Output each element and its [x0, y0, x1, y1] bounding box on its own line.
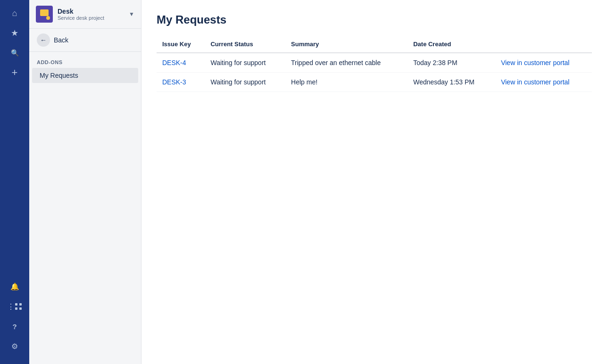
- chevron-down-icon: ▼: [129, 11, 134, 17]
- issue-key-link-desk3[interactable]: DESK-3: [162, 78, 186, 86]
- table-header-row: Issue Key Current Status Summary Date Cr…: [157, 36, 592, 53]
- col-header-action: [495, 36, 592, 53]
- search-icon[interactable]: 🔍: [6, 44, 23, 61]
- page-title: My Requests: [157, 13, 592, 26]
- project-info: Desk Service desk project: [58, 8, 124, 21]
- summary-cell-1: Tripped over an ethernet cable: [285, 53, 407, 73]
- svg-rect-2: [15, 307, 17, 310]
- status-cell-2: Waiting for support: [205, 73, 285, 92]
- star-icon[interactable]: ★: [6, 25, 23, 41]
- status-cell-1: Waiting for support: [205, 53, 285, 73]
- bell-icon[interactable]: 🔔: [6, 278, 23, 295]
- view-portal-link-2[interactable]: View in customer portal: [501, 78, 569, 86]
- sidebar-item-my-requests[interactable]: My Requests: [32, 68, 138, 83]
- help-icon[interactable]: ?: [6, 318, 23, 335]
- date-cell-2: Wednesday 1:53 PM: [407, 73, 495, 92]
- back-circle-icon: ←: [37, 33, 50, 47]
- svg-rect-1: [19, 303, 22, 306]
- table-row: DESK-4 Waiting for support Tripped over …: [157, 53, 592, 73]
- addons-section-label: Add-ons: [29, 52, 141, 68]
- back-button[interactable]: ← Back: [29, 29, 141, 52]
- home-icon[interactable]: ⌂: [6, 5, 23, 22]
- settings-icon[interactable]: ⚙: [6, 338, 23, 355]
- grid-icon[interactable]: ⋮: [6, 298, 23, 315]
- icon-rail: ⌂ ★ 🔍 + 🔔 ⋮ ? ⚙: [0, 0, 29, 364]
- plus-icon[interactable]: +: [6, 64, 23, 81]
- issue-key-cell: DESK-4: [157, 53, 205, 73]
- portal-link-cell-2: View in customer portal: [495, 73, 592, 92]
- summary-cell-2: Help me!: [285, 73, 407, 92]
- issue-key-cell: DESK-3: [157, 73, 205, 92]
- issue-key-link-desk4[interactable]: DESK-4: [162, 59, 186, 66]
- col-header-issue-key: Issue Key: [157, 36, 205, 53]
- date-cell-1: Today 2:38 PM: [407, 53, 495, 73]
- col-header-summary: Summary: [285, 36, 407, 53]
- sidebar: Desk Service desk project ▼ ← Back Add-o…: [29, 0, 141, 364]
- main-content: My Requests Issue Key Current Status Sum…: [141, 0, 607, 364]
- col-header-status: Current Status: [205, 36, 285, 53]
- view-portal-link-1[interactable]: View in customer portal: [501, 59, 569, 66]
- svg-rect-0: [15, 303, 17, 306]
- portal-link-cell-1: View in customer portal: [495, 53, 592, 73]
- svg-rect-3: [19, 307, 22, 310]
- table-row: DESK-3 Waiting for support Help me! Wedn…: [157, 73, 592, 92]
- requests-table: Issue Key Current Status Summary Date Cr…: [157, 36, 592, 92]
- col-header-date: Date Created: [407, 36, 495, 53]
- project-name: Desk: [58, 8, 124, 15]
- project-header[interactable]: Desk Service desk project ▼: [29, 0, 141, 29]
- project-subtitle: Service desk project: [58, 15, 124, 21]
- project-icon: [36, 6, 53, 23]
- back-label: Back: [54, 36, 68, 44]
